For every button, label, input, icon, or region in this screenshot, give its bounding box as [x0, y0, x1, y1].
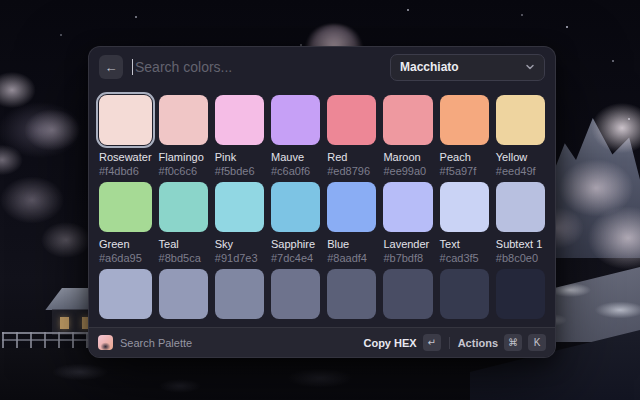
color-swatch[interactable] — [383, 95, 432, 145]
swatch-hex: #b7bdf8 — [383, 252, 432, 265]
window-header: ← Macchiato — [89, 47, 555, 87]
color-swatch[interactable] — [271, 95, 320, 145]
color-swatch[interactable] — [159, 182, 208, 232]
swatch-hex: #f5a97f — [440, 165, 489, 178]
color-swatch[interactable] — [496, 95, 545, 145]
color-swatch[interactable] — [99, 269, 152, 319]
swatch-name: Sapphire — [271, 238, 320, 251]
swatch-hex: #f0c6c6 — [159, 165, 208, 178]
color-swatch[interactable] — [99, 182, 152, 232]
palette-cell[interactable]: Peach#f5a97f — [440, 95, 489, 178]
flavor-dropdown-value: Macchiato — [400, 60, 459, 74]
swatch-name: Text — [440, 238, 489, 251]
swatch-hex: #91d7e3 — [215, 252, 264, 265]
palette-window: ← Macchiato Rosewater#f4dbd6Flamingo#f0c… — [88, 46, 556, 358]
palette-cell[interactable]: Lavender#b7bdf8 — [383, 182, 432, 265]
k-key-badge[interactable]: K — [528, 334, 546, 351]
swatch-hex: #ed8796 — [327, 165, 376, 178]
swatch-name: Flamingo — [159, 151, 208, 164]
enter-key-badge[interactable]: ↵ — [423, 334, 441, 351]
palette-cell[interactable]: Sapphire#7dc4e4 — [271, 182, 320, 265]
palette-cell[interactable]: Blue#8aadf4 — [327, 182, 376, 265]
palette-cell[interactable]: Yellow#eed49f — [496, 95, 545, 178]
palette-cell[interactable]: Pink#f5bde6 — [215, 95, 264, 178]
palette-cell[interactable]: Teal#8bd5ca — [159, 182, 208, 265]
color-swatch[interactable] — [99, 95, 152, 145]
swatch-hex: #a6da95 — [99, 252, 152, 265]
palette-cell[interactable]: Subtext 1#b8c0e0 — [496, 182, 545, 265]
flavor-dropdown[interactable]: Macchiato — [390, 54, 545, 81]
swatch-name: Yellow — [496, 151, 545, 164]
swatch-hex: #8bd5ca — [159, 252, 208, 265]
palette-cell[interactable]: Surface 0 — [440, 269, 489, 327]
star — [566, 26, 568, 28]
star — [521, 14, 523, 16]
swatch-name: Pink — [215, 151, 264, 164]
color-swatch[interactable] — [440, 95, 489, 145]
palette-cell[interactable]: Mauve#c6a0f6 — [271, 95, 320, 178]
color-swatch[interactable] — [327, 182, 376, 232]
color-swatch[interactable] — [383, 182, 432, 232]
color-swatch[interactable] — [440, 269, 489, 319]
results-area: Rosewater#f4dbd6Flamingo#f0c6c6Pink#f5bd… — [89, 87, 555, 327]
swatch-name: Green — [99, 238, 152, 251]
palette-cell[interactable]: Overlay 2 — [159, 269, 208, 327]
swatch-hex: #f4dbd6 — [99, 165, 152, 178]
palette-cell[interactable]: Maroon#ee99a0 — [383, 95, 432, 178]
color-swatch[interactable] — [440, 182, 489, 232]
color-swatch[interactable] — [271, 182, 320, 232]
palette-cell[interactable]: Flamingo#f0c6c6 — [159, 95, 208, 178]
palette-cell[interactable]: Base — [496, 269, 545, 327]
color-swatch[interactable] — [383, 269, 432, 319]
swatch-hex: #ee99a0 — [383, 165, 432, 178]
swatch-hex: #eed49f — [496, 165, 545, 178]
palette-cell[interactable]: Green#a6da95 — [99, 182, 152, 265]
footer-divider — [449, 337, 450, 349]
color-swatch[interactable] — [327, 269, 376, 319]
color-swatch[interactable] — [159, 269, 208, 319]
copy-hex-button[interactable]: Copy HEX — [363, 337, 416, 349]
swatch-name: Maroon — [383, 151, 432, 164]
swatch-name: Teal — [159, 238, 208, 251]
swatch-name: Lavender — [383, 238, 432, 251]
swatch-hex: #f5bde6 — [215, 165, 264, 178]
color-swatch[interactable] — [159, 95, 208, 145]
color-swatch[interactable] — [215, 95, 264, 145]
color-swatch[interactable] — [327, 95, 376, 145]
color-swatch[interactable] — [496, 182, 545, 232]
cmd-key-badge[interactable]: ⌘ — [504, 334, 522, 351]
footer-actions: Copy HEX ↵ Actions ⌘ K — [363, 334, 546, 351]
color-swatch[interactable] — [271, 269, 320, 319]
back-button[interactable]: ← — [99, 55, 123, 79]
color-swatch[interactable] — [496, 269, 545, 319]
swatch-name: Red — [327, 151, 376, 164]
star — [60, 34, 62, 36]
search-input[interactable] — [135, 59, 381, 75]
palette-cell[interactable]: Rosewater#f4dbd6 — [99, 95, 152, 178]
palette-cell[interactable]: Sky#91d7e3 — [215, 182, 264, 265]
text-caret — [132, 59, 133, 75]
chevron-down-icon — [525, 58, 535, 76]
swatch-hex: #8aadf4 — [327, 252, 376, 265]
palette-cell[interactable]: Text#cad3f5 — [440, 182, 489, 265]
palette-cell[interactable]: Overlay 0 — [271, 269, 320, 327]
swatch-name: Subtext 1 — [496, 238, 545, 251]
palette-cell[interactable]: Overlay 1 — [215, 269, 264, 327]
swatch-name: Mauve — [271, 151, 320, 164]
star — [135, 16, 137, 18]
swatch-name: Rosewater — [99, 151, 152, 164]
color-swatch[interactable] — [215, 269, 264, 319]
palette-cell[interactable]: Subtext 0 — [99, 269, 152, 327]
palette-cell[interactable]: Red#ed8796 — [327, 95, 376, 178]
palette-cell[interactable]: Surface 2 — [327, 269, 376, 327]
swatch-name: Blue — [327, 238, 376, 251]
actions-button[interactable]: Actions — [458, 337, 498, 349]
swatch-hex: #cad3f5 — [440, 252, 489, 265]
swatch-hex: #c6a0f6 — [271, 165, 320, 178]
palette-cell[interactable]: Surface 1 — [383, 269, 432, 327]
window-footer: Search Palette Copy HEX ↵ Actions ⌘ K — [89, 327, 555, 357]
color-swatch[interactable] — [215, 182, 264, 232]
catppuccin-cat-icon — [98, 335, 113, 350]
app-name: Search Palette — [120, 337, 192, 349]
star — [407, 9, 409, 11]
